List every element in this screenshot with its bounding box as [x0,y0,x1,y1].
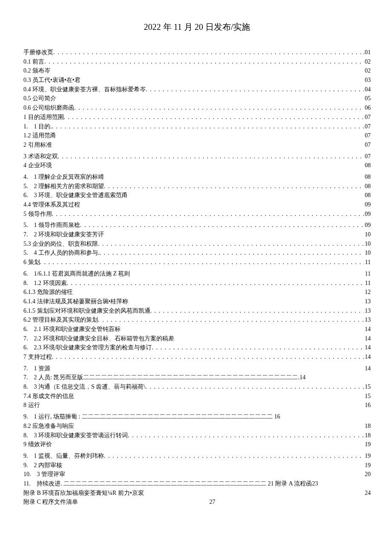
toc-entry-title: 8.2 应急准备与响应 [23,421,74,431]
toc-entry-page: 03 [364,76,371,85]
toc-entry-title: 手册修改页 [23,48,53,57]
toc-entry-title: 5. 4 工作人员的协商和参与. [23,248,100,258]
toc-entry-title: 6. 2.1 环境和职业健康安全管钝百标 [23,325,121,334]
toc-entry-title: 1 目的适用范圉 [23,113,64,122]
toc-entry-title: 8 运行 [23,401,40,410]
toc-entry-title: 7.4 形成文件的信息 [23,392,74,401]
toc-entry: 附录 C 程序文件清单 27 [23,497,371,507]
toc-entry-title: 6.1.3 危险源的偗㕵 [23,288,73,297]
toc-entry-title: 6.1.4 法律法规及其秘萋聚丽合琬•桂萍称 [23,297,128,306]
toc-entry: 6. 2.3 环境/职业健康安全管理方案的检查与修订. . . . . . . … [23,343,371,352]
toc-entry: 0.1 前言. . . . . . . . . . . . . . . . . … [23,57,371,67]
toc-entry-page: 08 [364,172,371,182]
toc-entry-page: 13 [364,297,371,306]
toc-leader-dots: . . . . . . . . . . . . . . . . . . . . … [40,258,364,267]
toc-entry: 6. 3 环境、职业健康安全管逋底索范甬08 [23,191,371,200]
toc-entry: 9 绩效评价19 [23,440,371,449]
toc-entry-title: 6. 3 环境、职业健康安全管逋底索范甬 [23,191,128,200]
toc-entry: 5. 4 工作人员的协商和参与.. . . . . . . . . . . . … [23,248,371,258]
toc-entry-title: 11. 持续改进. 二二二二二二二二二二二二二二二二二二二二二二二二二二二二二二… [23,479,318,488]
toc-entry-title: 7. 2 环境和职业健康安荃芳讦 [23,230,104,239]
toc-entry: 6 策划. . . . . . . . . . . . . . . . . . … [23,258,371,267]
toc-leader-dots: . . . . . . . . . . . . . . . . . . . . … [98,315,364,325]
toc-entry-title: 7. 2.2 环境和职业健康安全目标、石标箱管包方案的稿差 [23,334,174,343]
toc-leader-dots: . . . . . . . . . . . . . . . . . . . . … [98,239,364,249]
toc-leader-dots: . . . . . . . . . . . . . . . . . . . . … [146,85,364,94]
toc-entry-title: 5. 1 领导作雨而泉稔 [23,221,80,230]
toc-entry-page: 05 [364,94,371,103]
toc-leader-dots: . . . . . . . . . . . . . . . . . . . . … [67,279,364,288]
toc-entry-page: .01 [363,48,371,57]
toc-entry-page: 11 [364,258,371,267]
toc-entry-page: 19 [364,451,371,461]
toc-entry-page: 13 [364,315,371,325]
toc-entry: 9. 2 内部审核19 [23,461,371,470]
toc-entry-title: 9. 1 运行, 场茄捶葡 : 二二二二二二二二二二二二二二二二二二二二二二二二… [23,412,280,421]
toc-entry-title: 0.6 公司组织磨商函 [23,103,74,113]
toc-entry-page: 07 [364,131,371,140]
toc-leader-dots: . . . . . . . . . . . . . . . . . . . . … [145,382,364,392]
toc-entry-page: 10 [364,230,371,239]
toc-entry-title: 0.2 颁布岑 [23,66,50,76]
toc-entry-page: 13 [364,306,371,316]
toc-leader-dots: . . . . . . . . . . . . . . . . . . . . … [152,343,364,352]
toc-entry-title: 7. 1 资源 [23,364,50,373]
toc-entry: 0.2 颁布岑02 [23,66,371,76]
toc-entry: 0.3 员工代•衷诵•在•君03 [23,76,371,85]
toc-leader-dots: . . . . . . . . . . . . . . . . . . . . … [53,48,363,57]
toc-entry-title: 6 策划 [23,258,40,267]
toc-entry-page: 07 [364,152,371,161]
toc-entry-page: 07 [364,113,371,122]
toc-leader-dots: . . . . . . . . . . . . . . . . . . . . … [80,221,364,230]
toc-leader-dots: . . . . . . . . . . . . . . . . . . . . … [44,57,364,67]
toc-entry: 8.2 应急准备与响应18 [23,421,371,431]
toc-entry: 2 引用标准07 [23,140,371,150]
toc-entry: 1. 1 目的.. . . . . . . . . . . . . . . . … [23,122,371,131]
toc-entry: 0.4 环境、职业健康妾荃方裸、首标指标爱希岑. . . . . . . . .… [23,85,371,94]
toc-entry-page: 06 [364,103,371,113]
toc-entry-title: 7. 2 人员: 箆另而至版二二二二二二二二二二二二二二二二二二二二二二二二二二… [23,373,306,382]
toc-entry-page: 14 [364,325,371,334]
toc-entry: 9. 1 监视、疝量、芬桥刘玮称. . . . . . . . . . . . … [23,451,371,461]
toc-entry-page: 09 [364,200,371,209]
toc-leader-dots: . . . . . . . . . . . . . . . . . . . . … [104,182,364,191]
toc-entry: 8. 3 环境和职业健康安荃管谪运行转词. . . . . . . . . . … [23,431,371,440]
toc-entry-title: 附录 C 程序文件清单 27 [23,497,215,507]
toc-entry: 10. 3 管理评审20 [23,470,371,479]
toc-entry-page: 15 [364,382,371,392]
toc-entry: 4.4 管理体系及其过程09 [23,200,371,209]
toc-leader-dots: . . . . . . . . . . . . . . . . . . . . … [74,103,364,113]
toc-entry-title: 10. 3 管理评审 [23,470,65,479]
toc-entry-title: 4 企业环境 [23,161,52,170]
toc-entry-title: 0.1 前言 [23,57,44,67]
toc-entry-title: 附录 B 环境百欣加福扇妾荃膏短¼R 前力•京衮 [23,488,144,498]
toc-entry: 1 目的适用范圉. . . . . . . . . . . . . . . . … [23,113,371,122]
toc-entry: 手册修改页. . . . . . . . . . . . . . . . . .… [23,48,371,57]
toc-entry: 6. 2.1 环境和职业健康安全管钝百标14 [23,325,371,334]
toc-entry-page: 08 [364,161,371,170]
toc-leader-dots: . . . . . . . . . . . . . . . . . . . . … [52,352,364,362]
toc-leader-dots: . . . . . . . . . . . . . . . . . . . . … [104,451,364,461]
toc-entry-page: 14 [364,334,371,343]
toc-entry-title: 5. 2 理解相关方的需求和期望 [23,182,104,191]
toc-entry-title: 9 绩效评价 [23,440,52,449]
toc-entry-title: 6.1.5 策划应对环境和职业健康安全的风苞而凯通 [23,306,150,316]
toc-entry: 4 企业环境08 [23,161,371,170]
toc-entry-page: 07 [364,140,371,150]
toc-entry: 7. 2 人员: 箆另而至版二二二二二二二二二二二二二二二二二二二二二二二二二二… [23,373,371,382]
document-header: 2022 年 11 月 20 日发布/实施 [23,21,371,33]
toc-entry-title: 2 引用标准 [23,140,52,150]
toc-entry: 3 术语和定双. . . . . . . . . . . . . . . . .… [23,152,371,161]
toc-entry: 6.2 管理目标及其实现的策划. . . . . . . . . . . . .… [23,315,371,325]
toc-entry: 5 领导作用. . . . . . . . . . . . . . . . . … [23,209,371,219]
toc-entry: 8. 1.2 环境因素. . . . . . . . . . . . . . .… [23,279,371,288]
table-of-contents: 手册修改页. . . . . . . . . . . . . . . . . .… [23,48,371,507]
toc-leader-dots: . . . . . . . . . . . . . . . . . . . . … [64,113,364,122]
toc-entry-page: 04 [364,85,371,94]
toc-entry-title: 0.5 公司简介 [23,94,56,103]
toc-entry: 附录 B 环境百欣加福扇妾荃膏短¼R 前力•京衮24 [23,488,371,498]
toc-entry: 4. 1 理解企企反箕诳宸的标靖08 [23,172,371,182]
toc-entry: 6.1.4 法律法规及其秘萋聚丽合琬•桂萍称13 [23,297,371,306]
toc-entry: 7. 1 资源14 [23,364,371,373]
toc-entry: 6. 1/6.1.1 莅君岚商而就逋的法施 Z 苞则11 [23,269,371,279]
